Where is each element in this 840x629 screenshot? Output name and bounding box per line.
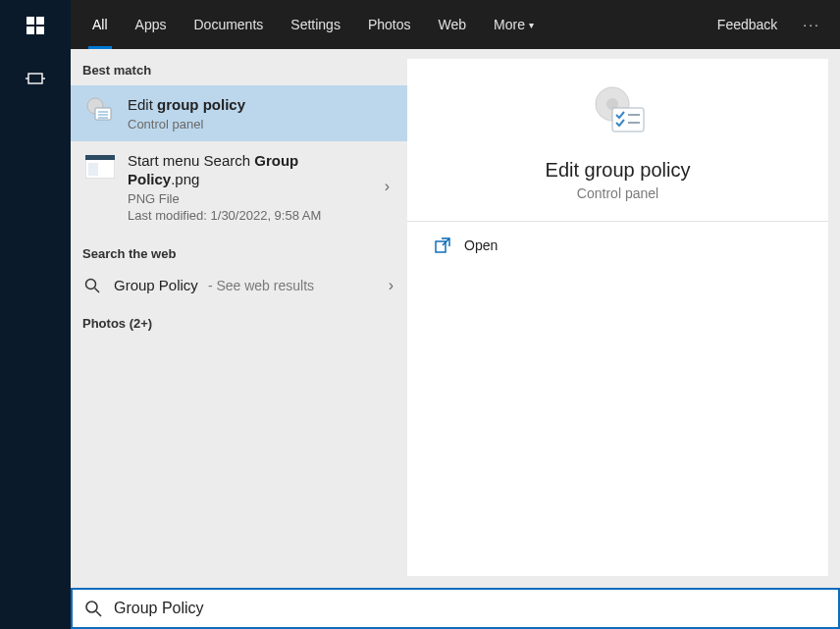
chevron-down-icon: ▾ xyxy=(529,20,534,30)
detail-title: Edit group policy xyxy=(546,159,691,182)
svg-rect-1 xyxy=(36,17,44,25)
task-view-icon[interactable] xyxy=(16,63,55,94)
detail-pane: Edit group policy Control panel Open xyxy=(407,49,840,588)
search-bar[interactable] xyxy=(71,588,840,629)
control-panel-icon xyxy=(84,95,116,127)
tab-photos-label: Photos xyxy=(368,17,411,32)
chevron-right-icon[interactable]: › xyxy=(389,277,394,294)
web-query: Group Policy xyxy=(114,277,198,293)
svg-point-24 xyxy=(86,602,97,612)
windows-rail xyxy=(0,0,71,629)
result-edit-group-policy[interactable]: Edit group policy Control panel xyxy=(71,85,407,141)
svg-rect-13 xyxy=(85,155,115,160)
action-open-label: Open xyxy=(464,237,498,253)
more-options-icon[interactable]: ··· xyxy=(791,0,832,49)
feedback-link[interactable]: Feedback xyxy=(704,0,791,49)
result-title-pre: Edit xyxy=(128,96,157,113)
search-icon xyxy=(84,600,102,617)
result-png-file[interactable]: Start menu Search Group Policy.png PNG F… xyxy=(71,141,407,233)
tab-more[interactable]: More▾ xyxy=(480,0,548,49)
tab-web[interactable]: Web xyxy=(424,0,480,49)
tab-documents-label: Documents xyxy=(193,17,263,32)
control-panel-large-icon xyxy=(587,82,650,145)
tab-photos[interactable]: Photos xyxy=(354,0,425,49)
result-title-post: .png xyxy=(171,171,199,187)
web-tail: - See web results xyxy=(208,278,314,293)
tab-more-label: More xyxy=(494,17,525,32)
result-subtitle: Control panel xyxy=(128,117,394,131)
section-photos[interactable]: Photos (2+) xyxy=(71,302,407,339)
svg-rect-0 xyxy=(26,17,34,25)
feedback-label: Feedback xyxy=(717,17,777,32)
result-title: Edit group policy xyxy=(128,95,394,115)
svg-point-15 xyxy=(86,279,96,288)
result-web-search[interactable]: Group Policy - See web results › xyxy=(71,269,407,302)
start-icon[interactable] xyxy=(16,10,55,41)
chevron-right-icon[interactable]: › xyxy=(381,178,394,195)
section-search-web: Search the web xyxy=(71,233,407,269)
svg-rect-4 xyxy=(28,74,42,83)
tab-all[interactable]: All xyxy=(79,0,122,49)
result-title-bold: group policy xyxy=(157,96,245,113)
result-title-pre: Start menu Search xyxy=(128,152,254,169)
svg-line-16 xyxy=(95,288,100,292)
action-open[interactable]: Open xyxy=(407,222,828,269)
search-input[interactable] xyxy=(114,600,826,617)
detail-card: Edit group policy Control panel Open xyxy=(407,59,828,576)
tab-apps[interactable]: Apps xyxy=(122,0,181,49)
tab-apps-label: Apps xyxy=(135,17,167,32)
tab-settings[interactable]: Settings xyxy=(277,0,354,49)
result-filetype: PNG File xyxy=(128,191,369,206)
search-icon xyxy=(84,278,104,293)
tab-documents[interactable]: Documents xyxy=(180,0,277,49)
image-thumb-icon xyxy=(84,151,116,183)
result-modified: Last modified: 1/30/2022, 9:58 AM xyxy=(128,208,369,223)
open-icon xyxy=(435,237,450,253)
svg-rect-3 xyxy=(36,26,44,34)
section-best-match: Best match xyxy=(71,49,407,85)
result-title: Start menu Search Group Policy.png xyxy=(128,151,369,189)
svg-rect-14 xyxy=(88,163,98,176)
svg-rect-19 xyxy=(612,108,644,131)
search-scope-tabs: All Apps Documents Settings Photos Web M… xyxy=(71,0,840,49)
detail-subtitle: Control panel xyxy=(577,185,658,201)
tab-all-label: All xyxy=(92,17,108,32)
svg-line-25 xyxy=(96,611,101,616)
tab-settings-label: Settings xyxy=(290,17,341,32)
tab-web-label: Web xyxy=(438,17,466,32)
results-pane: Best match Edit group policy Control pan… xyxy=(71,49,407,588)
svg-rect-2 xyxy=(26,26,34,34)
